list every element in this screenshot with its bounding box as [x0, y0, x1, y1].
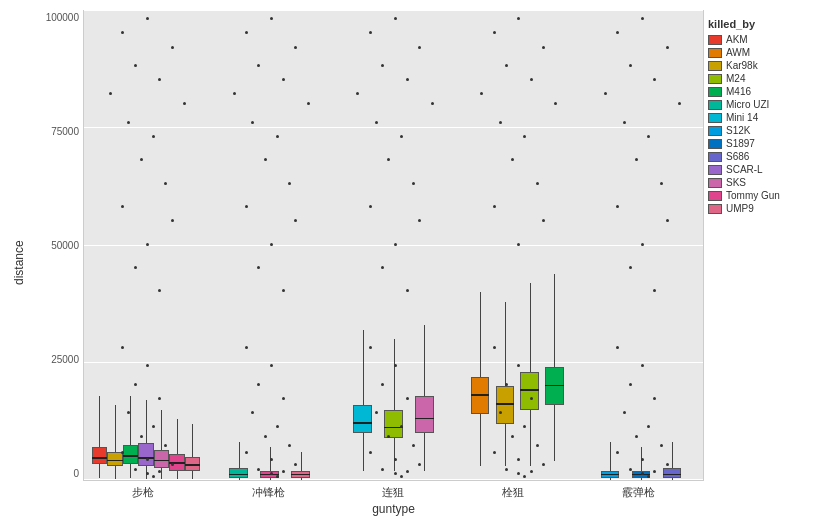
outlier-dot [282, 470, 285, 473]
legend-item: SKS [708, 177, 826, 188]
whisker-line [192, 424, 193, 479]
legend-swatch [708, 100, 722, 110]
y-ticks-and-plot: 1000007500050000250000 [28, 10, 704, 481]
legend-swatch [708, 152, 722, 162]
outlier-dot [493, 346, 496, 349]
outlier-dot [418, 463, 421, 466]
outlier-dot [375, 411, 378, 414]
x-label: 连狙 [382, 485, 404, 500]
outlier-dot [251, 411, 254, 414]
legend-item: Micro UZI [708, 99, 826, 110]
outlier-dot [394, 243, 397, 246]
outlier-dot [629, 266, 632, 269]
whisker-line [99, 396, 100, 478]
outlier-dot [536, 444, 539, 447]
outlier-dot [369, 346, 372, 349]
outlier-dot [245, 205, 248, 208]
median-line [520, 389, 539, 391]
outlier-dot [270, 243, 273, 246]
legend-label: Mini 14 [726, 112, 758, 123]
outlier-dot [653, 397, 656, 400]
outlier-dot [480, 92, 483, 95]
outlier-dot [109, 92, 112, 95]
outlier-dot [387, 158, 390, 161]
outlier-dot [635, 158, 638, 161]
legend-item: S686 [708, 151, 826, 162]
outlier-dot [121, 205, 124, 208]
legend-label: SCAR-L [726, 164, 763, 175]
outlier-dot [629, 64, 632, 67]
outlier-dot [152, 475, 155, 478]
median-line [185, 464, 200, 466]
outlier-dot [158, 78, 161, 81]
outlier-dot [653, 470, 656, 473]
outlier-dot [542, 219, 545, 222]
whisker-line [130, 396, 131, 478]
outlier-dot [400, 475, 403, 478]
outlier-dot [505, 64, 508, 67]
outlier-dot [666, 219, 669, 222]
graph-background [83, 10, 704, 481]
outlier-dot [257, 383, 260, 386]
outlier-dot [369, 31, 372, 34]
legend-item: UMP9 [708, 203, 826, 214]
legend-swatch [708, 61, 722, 71]
outlier-dot [666, 463, 669, 466]
outlier-dot [152, 135, 155, 138]
outlier-dot [536, 182, 539, 185]
outlier-dot [251, 121, 254, 124]
outlier-dot [530, 78, 533, 81]
legend-item: S1897 [708, 138, 826, 149]
legend-swatch [708, 178, 722, 188]
outlier-dot [127, 121, 130, 124]
legend-swatch [708, 113, 722, 123]
box-rect [353, 405, 372, 433]
outlier-dot [499, 121, 502, 124]
outlier-dot [288, 182, 291, 185]
outlier-dot [406, 289, 409, 292]
outlier-dot [666, 46, 669, 49]
box-rect [92, 447, 107, 463]
legend-swatch [708, 191, 722, 201]
outlier-dot [523, 425, 526, 428]
box-rect [520, 372, 539, 410]
legend-label: Kar98k [726, 60, 758, 71]
outlier-dot [356, 92, 359, 95]
outlier-dot [647, 425, 650, 428]
outlier-dot [282, 78, 285, 81]
legend-label: UMP9 [726, 203, 754, 214]
median-line [291, 474, 310, 476]
outlier-dot [264, 158, 267, 161]
legend-swatch [708, 139, 722, 149]
outlier-dot [121, 346, 124, 349]
outlier-dot [375, 121, 378, 124]
legend-item: Tommy Gun [708, 190, 826, 201]
outlier-dot [270, 17, 273, 20]
median-line [123, 455, 138, 457]
legend-swatch [708, 204, 722, 214]
y-tick: 50000 [51, 240, 79, 251]
box-rect [138, 443, 153, 466]
outlier-dot [418, 46, 421, 49]
outlier-dot [276, 475, 279, 478]
outlier-dot [604, 92, 607, 95]
outlier-dot [678, 102, 681, 105]
outlier-dot [542, 46, 545, 49]
outlier-dot [171, 46, 174, 49]
outlier-dot [294, 219, 297, 222]
outlier-dot [554, 102, 557, 105]
outlier-dot [623, 411, 626, 414]
median-line [107, 460, 122, 462]
whisker-line [394, 339, 395, 470]
outlier-dot [493, 451, 496, 454]
legend-label: S1897 [726, 138, 755, 149]
outlier-dot [641, 17, 644, 20]
outlier-dot [523, 475, 526, 478]
legend-label: M24 [726, 73, 745, 84]
legend-swatch [708, 48, 722, 58]
outlier-dot [505, 468, 508, 471]
legend-item: AKM [708, 34, 826, 45]
outlier-dot [493, 31, 496, 34]
median-line [471, 394, 490, 396]
x-label: 冲锋枪 [252, 485, 285, 500]
